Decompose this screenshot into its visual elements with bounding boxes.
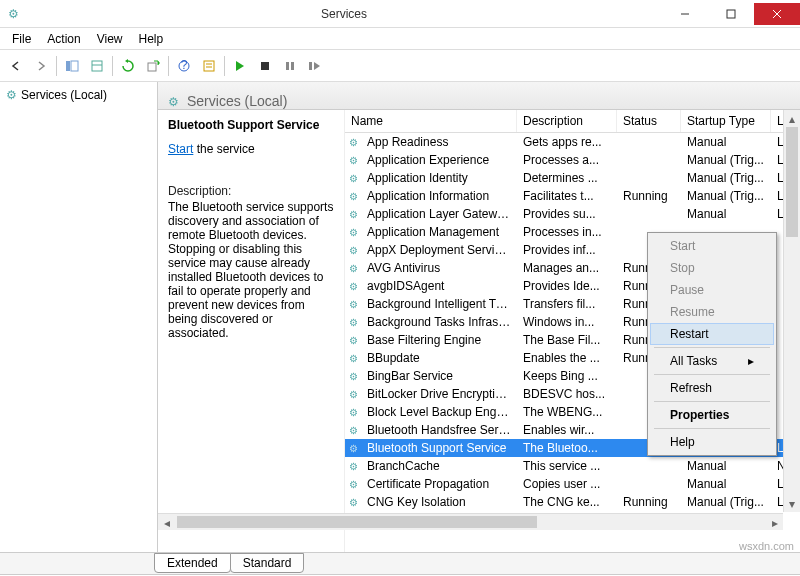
cell-startup: Manual (681, 135, 771, 149)
forward-button[interactable] (29, 54, 53, 78)
scroll-up-icon[interactable]: ▴ (784, 110, 800, 127)
cell-name: Background Tasks Infrastru... (361, 315, 517, 329)
svg-rect-14 (261, 62, 269, 70)
svg-rect-1 (727, 10, 735, 18)
tree-root[interactable]: ⚙ Services (Local) (4, 86, 153, 104)
cell-description: Manages an... (517, 261, 617, 275)
svg-rect-5 (71, 61, 78, 71)
svg-rect-4 (66, 61, 70, 71)
cell-status: Running (617, 495, 681, 509)
menu-file[interactable]: File (4, 30, 39, 48)
pause-service-button[interactable] (278, 54, 302, 78)
tree-root-label: Services (Local) (21, 88, 107, 102)
cell-name: Application Experience (361, 153, 517, 167)
cell-name: BBupdate (361, 351, 517, 365)
horizontal-scrollbar[interactable]: ◂ ▸ (158, 513, 783, 530)
col-name[interactable]: Name (345, 110, 517, 132)
cell-startup: Manual (Trig... (681, 153, 771, 167)
gear-icon: ⚙ (345, 263, 361, 274)
start-service-button[interactable] (228, 54, 252, 78)
window-buttons (662, 3, 800, 25)
close-button[interactable] (754, 3, 800, 25)
table-row[interactable]: ⚙Application ExperienceProcesses a...Man… (345, 151, 800, 169)
service-details: Bluetooth Support Service Start the serv… (158, 110, 344, 552)
svg-rect-15 (286, 62, 289, 70)
cell-name: Base Filtering Engine (361, 333, 517, 347)
cell-description: Transfers fil... (517, 297, 617, 311)
table-row[interactable]: ⚙Application IdentityDetermines ...Manua… (345, 169, 800, 187)
table-row[interactable]: ⚙Application InformationFacilitates t...… (345, 187, 800, 205)
menu-action[interactable]: Action (39, 30, 88, 48)
scroll-right-icon[interactable]: ▸ (766, 514, 783, 531)
gear-icon: ⚙ (345, 353, 361, 364)
ctx-properties[interactable]: Properties (650, 404, 774, 426)
col-status[interactable]: Status (617, 110, 681, 132)
menu-view[interactable]: View (89, 30, 131, 48)
help-button[interactable]: ? (172, 54, 196, 78)
table-row[interactable]: ⚙App ReadinessGets apps re...ManualLoc (345, 133, 800, 151)
submenu-arrow-icon: ▸ (748, 354, 754, 368)
ctx-refresh[interactable]: Refresh (650, 377, 774, 399)
cell-name: Application Layer Gateway ... (361, 207, 517, 221)
gear-icon: ⚙ (345, 227, 361, 238)
cell-description: Provides su... (517, 207, 617, 221)
cell-startup: Manual (Trig... (681, 495, 771, 509)
scroll-left-icon[interactable]: ◂ (158, 514, 175, 531)
show-hide-tree-button[interactable] (60, 54, 84, 78)
ctx-restart[interactable]: Restart (650, 323, 774, 345)
ctx-all-tasks[interactable]: All Tasks▸ (650, 350, 774, 372)
cell-description: Windows in... (517, 315, 617, 329)
refresh-button[interactable] (116, 54, 140, 78)
gear-icon: ⚙ (345, 155, 361, 166)
gear-icon: ⚙ (345, 425, 361, 436)
properties-button[interactable] (197, 54, 221, 78)
scroll-thumb[interactable] (786, 127, 798, 237)
svg-rect-16 (291, 62, 294, 70)
gear-icon: ⚙ (345, 497, 361, 508)
maximize-button[interactable] (708, 3, 754, 25)
col-startup-type[interactable]: Startup Type (681, 110, 771, 132)
export-button[interactable] (141, 54, 165, 78)
cell-startup: Manual (681, 207, 771, 221)
svg-rect-11 (204, 61, 214, 71)
description-text: The Bluetooth service supports discovery… (168, 200, 334, 340)
menu-help[interactable]: Help (131, 30, 172, 48)
toolbar-separator (56, 56, 57, 76)
start-link[interactable]: Start (168, 142, 193, 156)
ctx-help[interactable]: Help (650, 431, 774, 453)
table-row[interactable]: ⚙Application Layer Gateway ...Provides s… (345, 205, 800, 223)
gear-icon: ⚙ (345, 371, 361, 382)
hscroll-thumb[interactable] (177, 516, 537, 528)
table-row[interactable]: ⚙Certificate PropagationCopies user ...M… (345, 475, 800, 493)
toolbar-separator (224, 56, 225, 76)
cell-description: Copies user ... (517, 477, 617, 491)
tab-standard[interactable]: Standard (230, 553, 305, 573)
column-headers: Name Description Status Startup Type Log (345, 110, 800, 133)
service-action: Start the service (168, 142, 334, 156)
view-button[interactable] (85, 54, 109, 78)
cell-name: Certificate Propagation (361, 477, 517, 491)
view-tabs: Extended Standard (0, 552, 800, 574)
tab-extended[interactable]: Extended (154, 553, 231, 573)
scroll-down-icon[interactable]: ▾ (784, 495, 800, 512)
ctx-pause: Pause (650, 279, 774, 301)
title-bar: ⚙ Services (0, 0, 800, 28)
back-button[interactable] (4, 54, 28, 78)
table-row[interactable]: ⚙CNG Key IsolationThe CNG ke...RunningMa… (345, 493, 800, 511)
menu-separator (654, 428, 770, 429)
cell-description: This service ... (517, 459, 617, 473)
minimize-button[interactable] (662, 3, 708, 25)
menu-separator (654, 401, 770, 402)
stop-service-button[interactable] (253, 54, 277, 78)
table-row[interactable]: ⚙BranchCacheThis service ...ManualNet (345, 457, 800, 475)
cell-name: BranchCache (361, 459, 517, 473)
col-description[interactable]: Description (517, 110, 617, 132)
vertical-scrollbar[interactable]: ▴ ▾ (783, 110, 800, 512)
gear-icon: ⚙ (345, 407, 361, 418)
gear-icon: ⚙ (345, 335, 361, 346)
cell-description: The WBENG... (517, 405, 617, 419)
gear-icon: ⚙ (345, 389, 361, 400)
cell-description: Enables wir... (517, 423, 617, 437)
restart-service-button[interactable] (303, 54, 327, 78)
gear-icon: ⚙ (345, 191, 361, 202)
